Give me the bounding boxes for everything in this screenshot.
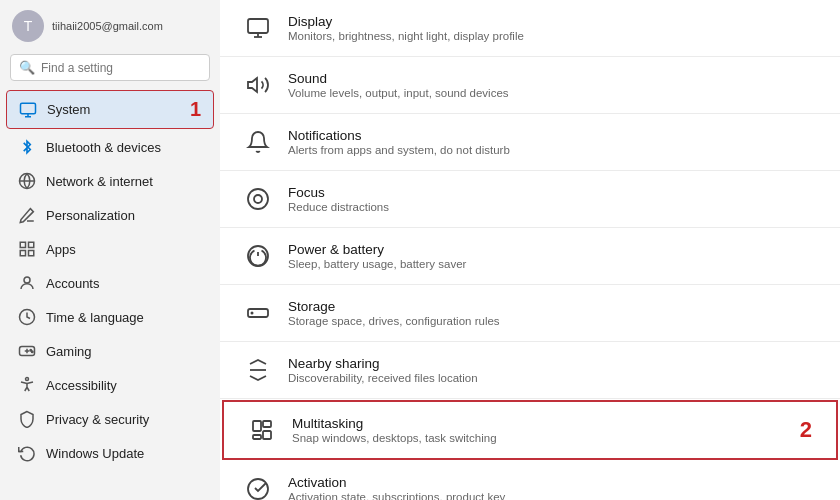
focus-icon [244,185,272,213]
svg-point-12 [32,351,34,353]
focus-text: Focus Reduce distractions [288,185,389,213]
user-email: tiihaii2005@gmail.com [52,20,163,32]
focus-desc: Reduce distractions [288,201,389,213]
nearby-desc: Discoverability, received files location [288,372,478,384]
svg-rect-4 [20,251,25,256]
svg-point-28 [248,479,268,499]
settings-item-storage[interactable]: Storage Storage space, drives, configura… [220,285,840,342]
sound-icon [244,71,272,99]
svg-rect-3 [29,242,34,247]
multitasking-text: Multitasking Snap windows, desktops, tas… [292,416,497,444]
activation-text: Activation Activation state, subscriptio… [288,475,505,500]
svg-rect-0 [21,103,36,114]
multitasking-title: Multitasking [292,416,497,431]
multitasking-badge: 2 [800,417,812,443]
apps-icon [18,240,36,258]
main-content: Display Monitors, brightness, night ligh… [220,0,840,500]
sidebar-item-accounts[interactable]: Accounts [6,267,214,299]
sidebar-item-time[interactable]: Time & language [6,301,214,333]
svg-rect-26 [263,431,271,439]
svg-point-6 [24,277,30,283]
privacy-icon [18,410,36,428]
storage-desc: Storage space, drives, configuration rul… [288,315,500,327]
accessibility-icon [18,376,36,394]
sidebar-item-gaming[interactable]: Gaming [6,335,214,367]
activation-title: Activation [288,475,505,490]
settings-item-nearby[interactable]: Nearby sharing Discoverability, received… [220,342,840,399]
display-icon [244,14,272,42]
system-badge: 1 [190,98,201,121]
sidebar-label-network: Network & internet [46,174,153,189]
user-info: T tiihaii2005@gmail.com [0,4,220,50]
notifications-title: Notifications [288,128,510,143]
nearby-icon [244,356,272,384]
svg-rect-24 [253,421,261,431]
sidebar-item-bluetooth[interactable]: Bluetooth & devices [6,131,214,163]
display-title: Display [288,14,524,29]
sidebar-item-personalization[interactable]: Personalization [6,199,214,231]
avatar: T [12,10,44,42]
multitasking-desc: Snap windows, desktops, task switching [292,432,497,444]
search-box[interactable]: 🔍 [10,54,210,81]
settings-item-multitasking[interactable]: Multitasking Snap windows, desktops, tas… [222,400,838,460]
nearby-text: Nearby sharing Discoverability, received… [288,356,478,384]
system-icon [19,101,37,119]
storage-title: Storage [288,299,500,314]
svg-point-18 [248,189,268,209]
sidebar-label-windows-update: Windows Update [46,446,144,461]
notifications-text: Notifications Alerts from apps and syste… [288,128,510,156]
notifications-desc: Alerts from apps and system, do not dist… [288,144,510,156]
settings-item-activation[interactable]: Activation Activation state, subscriptio… [220,461,840,500]
power-title: Power & battery [288,242,466,257]
sidebar-item-apps[interactable]: Apps [6,233,214,265]
svg-point-13 [26,378,29,381]
svg-rect-14 [248,19,268,33]
settings-item-notifications[interactable]: Notifications Alerts from apps and syste… [220,114,840,171]
display-text: Display Monitors, brightness, night ligh… [288,14,524,42]
windows-update-icon [18,444,36,462]
settings-item-sound[interactable]: Sound Volume levels, output, input, soun… [220,57,840,114]
accounts-icon [18,274,36,292]
sidebar-item-windows-update[interactable]: Windows Update [6,437,214,469]
svg-point-19 [254,195,262,203]
sidebar-label-time: Time & language [46,310,144,325]
settings-list: Display Monitors, brightness, night ligh… [220,0,840,500]
focus-title: Focus [288,185,389,200]
sidebar-label-gaming: Gaming [46,344,92,359]
settings-item-power[interactable]: Power & battery Sleep, battery usage, ba… [220,228,840,285]
sidebar-item-accessibility[interactable]: Accessibility [6,369,214,401]
settings-item-focus[interactable]: Focus Reduce distractions [220,171,840,228]
network-icon [18,172,36,190]
sidebar-label-system: System [47,102,90,117]
sidebar-item-privacy[interactable]: Privacy & security [6,403,214,435]
sidebar-label-privacy: Privacy & security [46,412,149,427]
storage-text: Storage Storage space, drives, configura… [288,299,500,327]
power-text: Power & battery Sleep, battery usage, ba… [288,242,466,270]
sidebar-label-apps: Apps [46,242,76,257]
sound-desc: Volume levels, output, input, sound devi… [288,87,509,99]
power-desc: Sleep, battery usage, battery saver [288,258,466,270]
sound-title: Sound [288,71,509,86]
notifications-icon [244,128,272,156]
settings-item-display[interactable]: Display Monitors, brightness, night ligh… [220,0,840,57]
sidebar: T tiihaii2005@gmail.com 🔍 System 1 Bluet… [0,0,220,500]
svg-marker-17 [248,78,257,92]
search-icon: 🔍 [19,60,35,75]
storage-icon [244,299,272,327]
activation-icon [244,475,272,500]
search-input[interactable] [41,61,201,75]
svg-rect-2 [20,242,25,247]
gaming-icon [18,342,36,360]
display-desc: Monitors, brightness, night light, displ… [288,30,524,42]
nearby-title: Nearby sharing [288,356,478,371]
sidebar-item-network[interactable]: Network & internet [6,165,214,197]
sidebar-item-system[interactable]: System 1 [6,90,214,129]
sidebar-label-accounts: Accounts [46,276,99,291]
svg-rect-25 [263,421,271,427]
sidebar-label-accessibility: Accessibility [46,378,117,393]
time-icon [18,308,36,326]
svg-rect-27 [253,435,261,439]
multitasking-icon [248,416,276,444]
sound-text: Sound Volume levels, output, input, soun… [288,71,509,99]
sidebar-label-personalization: Personalization [46,208,135,223]
